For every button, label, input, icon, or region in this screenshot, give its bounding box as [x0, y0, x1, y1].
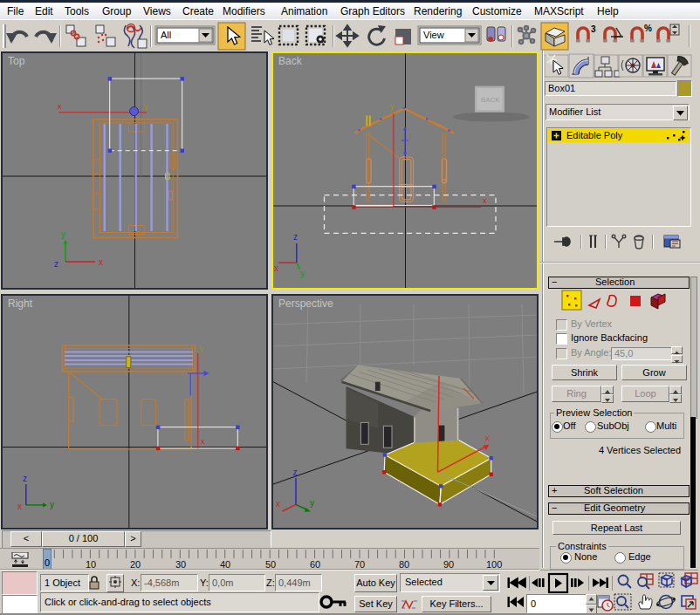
svg-text:View: View	[423, 30, 444, 40]
svg-text:All: All	[161, 30, 171, 40]
svg-text:x: x	[58, 102, 62, 111]
svg-text:y: y	[144, 102, 148, 111]
svg-text:y: y	[50, 500, 54, 509]
svg-text:x: x	[276, 499, 280, 509]
svg-text:BACK: BACK	[481, 96, 500, 104]
svg-text:x: x	[485, 434, 490, 442]
svg-text:x: x	[99, 257, 103, 267]
svg-text:x: x	[17, 502, 22, 511]
svg-text:z: z	[54, 259, 58, 269]
svg-text:%: %	[644, 24, 652, 33]
svg-text:x: x	[483, 196, 487, 205]
svg-text:z: z	[23, 474, 27, 483]
svg-text:y: y	[310, 498, 314, 508]
svg-text:y: y	[390, 102, 395, 111]
svg-text:x: x	[201, 437, 205, 446]
svg-text:z: z	[293, 232, 298, 242]
svg-text:y: y	[61, 229, 65, 239]
svg-text:x: x	[274, 263, 278, 273]
svg-text:3: 3	[591, 24, 596, 34]
svg-text:y: y	[200, 345, 204, 353]
svg-text:y: y	[300, 269, 305, 278]
svg-text:z: z	[293, 468, 298, 477]
